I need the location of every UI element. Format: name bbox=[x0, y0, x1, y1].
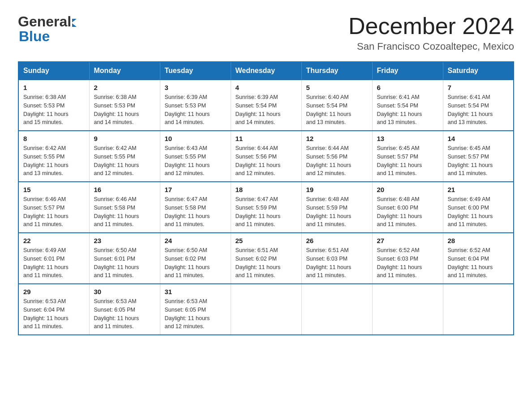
calendar-cell: 22Sunrise: 6:49 AMSunset: 6:01 PMDayligh… bbox=[18, 233, 89, 284]
calendar-cell: 26Sunrise: 6:51 AMSunset: 6:03 PMDayligh… bbox=[301, 233, 372, 284]
day-info: Sunrise: 6:39 AMSunset: 5:53 PMDaylight:… bbox=[165, 93, 226, 127]
day-number: 4 bbox=[236, 84, 297, 91]
day-number: 24 bbox=[165, 237, 226, 244]
calendar-cell bbox=[372, 284, 443, 335]
calendar-cell: 3Sunrise: 6:39 AMSunset: 5:53 PMDaylight… bbox=[160, 80, 231, 131]
calendar-cell: 17Sunrise: 6:47 AMSunset: 5:58 PMDayligh… bbox=[160, 182, 231, 233]
day-info: Sunrise: 6:47 AMSunset: 5:58 PMDaylight:… bbox=[165, 195, 226, 229]
day-info: Sunrise: 6:51 AMSunset: 6:03 PMDaylight:… bbox=[306, 246, 368, 280]
calendar-cell: 18Sunrise: 6:47 AMSunset: 5:59 PMDayligh… bbox=[231, 182, 301, 233]
calendar-cell: 13Sunrise: 6:45 AMSunset: 5:57 PMDayligh… bbox=[372, 131, 443, 182]
day-info: Sunrise: 6:44 AMSunset: 5:56 PMDaylight:… bbox=[236, 144, 297, 178]
calendar-cell bbox=[443, 284, 514, 335]
day-info: Sunrise: 6:49 AMSunset: 6:00 PMDaylight:… bbox=[448, 195, 509, 229]
calendar-cell: 28Sunrise: 6:52 AMSunset: 6:04 PMDayligh… bbox=[443, 233, 514, 284]
calendar-table: SundayMondayTuesdayWednesdayThursdayFrid… bbox=[18, 61, 514, 335]
day-number: 23 bbox=[94, 237, 155, 244]
day-number: 15 bbox=[23, 186, 85, 193]
calendar-cell: 6Sunrise: 6:41 AMSunset: 5:54 PMDaylight… bbox=[372, 80, 443, 131]
day-info: Sunrise: 6:53 AMSunset: 6:05 PMDaylight:… bbox=[165, 297, 226, 331]
day-info: Sunrise: 6:49 AMSunset: 6:01 PMDaylight:… bbox=[23, 246, 85, 280]
day-info: Sunrise: 6:50 AMSunset: 6:01 PMDaylight:… bbox=[94, 246, 155, 280]
calendar-cell: 23Sunrise: 6:50 AMSunset: 6:01 PMDayligh… bbox=[89, 233, 160, 284]
page-header: General Blue December 2024 San Francisco… bbox=[18, 13, 514, 52]
month-title: December 2024 bbox=[348, 13, 514, 39]
title-section: December 2024 San Francisco Cozoaltepec,… bbox=[348, 13, 514, 52]
day-number: 5 bbox=[306, 84, 368, 91]
day-info: Sunrise: 6:40 AMSunset: 5:54 PMDaylight:… bbox=[306, 93, 368, 127]
calendar-week-row: 15Sunrise: 6:46 AMSunset: 5:57 PMDayligh… bbox=[18, 182, 514, 233]
day-number: 19 bbox=[306, 186, 368, 193]
day-number: 10 bbox=[165, 135, 226, 142]
day-number: 27 bbox=[377, 237, 438, 244]
day-info: Sunrise: 6:46 AMSunset: 5:58 PMDaylight:… bbox=[94, 195, 155, 229]
day-number: 2 bbox=[94, 84, 155, 91]
day-info: Sunrise: 6:42 AMSunset: 5:55 PMDaylight:… bbox=[23, 144, 85, 178]
day-number: 26 bbox=[306, 237, 368, 244]
calendar-cell: 1Sunrise: 6:38 AMSunset: 5:53 PMDaylight… bbox=[18, 80, 89, 131]
calendar-cell: 29Sunrise: 6:53 AMSunset: 6:04 PMDayligh… bbox=[18, 284, 89, 335]
calendar-cell: 2Sunrise: 6:38 AMSunset: 5:53 PMDaylight… bbox=[89, 80, 160, 131]
calendar-cell bbox=[301, 284, 372, 335]
header-friday: Friday bbox=[372, 62, 443, 80]
day-info: Sunrise: 6:43 AMSunset: 5:55 PMDaylight:… bbox=[165, 144, 226, 178]
calendar-cell: 10Sunrise: 6:43 AMSunset: 5:55 PMDayligh… bbox=[160, 131, 231, 182]
calendar-cell: 31Sunrise: 6:53 AMSunset: 6:05 PMDayligh… bbox=[160, 284, 231, 335]
header-sunday: Sunday bbox=[18, 62, 89, 80]
calendar-cell: 11Sunrise: 6:44 AMSunset: 5:56 PMDayligh… bbox=[231, 131, 301, 182]
day-info: Sunrise: 6:38 AMSunset: 5:53 PMDaylight:… bbox=[94, 93, 155, 127]
calendar-cell: 21Sunrise: 6:49 AMSunset: 6:00 PMDayligh… bbox=[443, 182, 514, 233]
header-monday: Monday bbox=[89, 62, 160, 80]
day-number: 12 bbox=[306, 135, 368, 142]
calendar-cell: 14Sunrise: 6:45 AMSunset: 5:57 PMDayligh… bbox=[443, 131, 514, 182]
day-number: 18 bbox=[236, 186, 297, 193]
day-number: 30 bbox=[94, 288, 155, 295]
header-wednesday: Wednesday bbox=[231, 62, 301, 80]
day-number: 28 bbox=[448, 237, 509, 244]
calendar-week-row: 22Sunrise: 6:49 AMSunset: 6:01 PMDayligh… bbox=[18, 233, 514, 284]
day-info: Sunrise: 6:39 AMSunset: 5:54 PMDaylight:… bbox=[236, 93, 297, 127]
logo-blue-text: Blue bbox=[19, 28, 50, 45]
day-number: 7 bbox=[448, 84, 509, 91]
day-info: Sunrise: 6:53 AMSunset: 6:04 PMDaylight:… bbox=[23, 297, 85, 331]
calendar-cell: 25Sunrise: 6:51 AMSunset: 6:02 PMDayligh… bbox=[231, 233, 301, 284]
day-info: Sunrise: 6:53 AMSunset: 6:05 PMDaylight:… bbox=[94, 297, 155, 331]
day-number: 25 bbox=[236, 237, 297, 244]
day-number: 31 bbox=[165, 288, 226, 295]
day-number: 1 bbox=[23, 84, 85, 91]
day-info: Sunrise: 6:38 AMSunset: 5:53 PMDaylight:… bbox=[23, 93, 85, 127]
logo-flag-icon bbox=[72, 19, 77, 27]
calendar-cell: 27Sunrise: 6:52 AMSunset: 6:03 PMDayligh… bbox=[372, 233, 443, 284]
day-info: Sunrise: 6:48 AMSunset: 5:59 PMDaylight:… bbox=[306, 195, 368, 229]
calendar-cell: 15Sunrise: 6:46 AMSunset: 5:57 PMDayligh… bbox=[18, 182, 89, 233]
calendar-cell: 8Sunrise: 6:42 AMSunset: 5:55 PMDaylight… bbox=[18, 131, 89, 182]
day-info: Sunrise: 6:47 AMSunset: 5:59 PMDaylight:… bbox=[236, 195, 297, 229]
location-title: San Francisco Cozoaltepec, Mexico bbox=[348, 41, 514, 52]
day-info: Sunrise: 6:41 AMSunset: 5:54 PMDaylight:… bbox=[377, 93, 438, 127]
calendar-header-row: SundayMondayTuesdayWednesdayThursdayFrid… bbox=[18, 62, 514, 80]
day-info: Sunrise: 6:41 AMSunset: 5:54 PMDaylight:… bbox=[448, 93, 509, 127]
calendar-week-row: 8Sunrise: 6:42 AMSunset: 5:55 PMDaylight… bbox=[18, 131, 514, 182]
day-number: 14 bbox=[448, 135, 509, 142]
day-number: 3 bbox=[165, 84, 226, 91]
calendar-cell: 24Sunrise: 6:50 AMSunset: 6:02 PMDayligh… bbox=[160, 233, 231, 284]
day-number: 8 bbox=[23, 135, 85, 142]
day-info: Sunrise: 6:52 AMSunset: 6:03 PMDaylight:… bbox=[377, 246, 438, 280]
day-number: 17 bbox=[165, 186, 226, 193]
header-tuesday: Tuesday bbox=[160, 62, 231, 80]
day-number: 9 bbox=[94, 135, 155, 142]
calendar-cell: 9Sunrise: 6:42 AMSunset: 5:55 PMDaylight… bbox=[89, 131, 160, 182]
day-number: 29 bbox=[23, 288, 85, 295]
calendar-cell: 20Sunrise: 6:48 AMSunset: 6:00 PMDayligh… bbox=[372, 182, 443, 233]
day-number: 21 bbox=[448, 186, 509, 193]
day-info: Sunrise: 6:48 AMSunset: 6:00 PMDaylight:… bbox=[377, 195, 438, 229]
day-info: Sunrise: 6:44 AMSunset: 5:56 PMDaylight:… bbox=[306, 144, 368, 178]
calendar-cell: 7Sunrise: 6:41 AMSunset: 5:54 PMDaylight… bbox=[443, 80, 514, 131]
header-thursday: Thursday bbox=[301, 62, 372, 80]
calendar-cell: 19Sunrise: 6:48 AMSunset: 5:59 PMDayligh… bbox=[301, 182, 372, 233]
calendar-cell: 5Sunrise: 6:40 AMSunset: 5:54 PMDaylight… bbox=[301, 80, 372, 131]
calendar-week-row: 29Sunrise: 6:53 AMSunset: 6:04 PMDayligh… bbox=[18, 284, 514, 335]
day-info: Sunrise: 6:51 AMSunset: 6:02 PMDaylight:… bbox=[236, 246, 297, 280]
day-number: 6 bbox=[377, 84, 438, 91]
day-info: Sunrise: 6:46 AMSunset: 5:57 PMDaylight:… bbox=[23, 195, 85, 229]
